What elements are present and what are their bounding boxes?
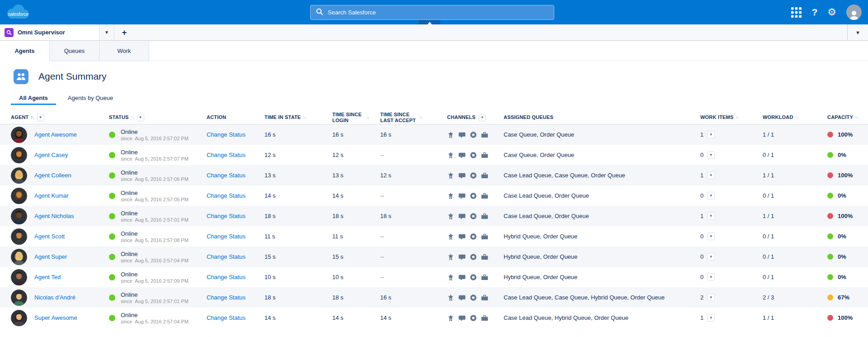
- agent-avatar: [11, 167, 27, 184]
- time-since-last-accept-value: 18 s: [380, 213, 447, 219]
- assigned-queues-value: Case Queue, Order Queue: [504, 152, 700, 158]
- agent-name-link[interactable]: Agent Colleen: [34, 172, 71, 179]
- work-items-dropdown[interactable]: ▼: [707, 212, 715, 220]
- add-tab-button[interactable]: +: [114, 24, 134, 40]
- table-row: Agent Casey Online since Aug 5, 2016 2:5…: [0, 145, 868, 165]
- change-status-link[interactable]: Change Status: [207, 213, 245, 219]
- change-status-link[interactable]: Change Status: [207, 131, 245, 138]
- sort-icons[interactable]: ↑↓: [31, 114, 34, 120]
- channel-icons: [447, 294, 504, 301]
- status-label: Online: [121, 291, 189, 298]
- sort-icons[interactable]: ↑↓: [131, 114, 134, 120]
- help-icon[interactable]: ?: [811, 7, 817, 18]
- app-launcher-icon[interactable]: [791, 7, 802, 18]
- change-status-link[interactable]: Change Status: [207, 233, 245, 240]
- view-tab-agents-by-queue[interactable]: Agents by Queue: [60, 92, 121, 105]
- status-since-timestamp: since Aug 5, 2016 2:57:01 PM: [121, 217, 189, 223]
- time-since-login-value: 16 s: [332, 131, 380, 138]
- view-tab-all-agents[interactable]: All Agents: [11, 92, 56, 105]
- channel-icons: [447, 152, 504, 159]
- channel-icons: [447, 192, 504, 199]
- channels-filter-button[interactable]: ▼: [479, 114, 486, 121]
- table-row: Agent Scott Online since Aug 5, 2016 2:5…: [0, 226, 868, 247]
- column-header-workload[interactable]: WORKLOAD ↑↓: [763, 114, 827, 120]
- agent-avatar: [11, 310, 27, 326]
- agent-summary-table: AGENT ↑↓ ▼ STATUS ↑↓ ▼ ACTION TIME IN ST…: [0, 111, 868, 328]
- agent-name-link[interactable]: Agent Kumar: [34, 192, 69, 199]
- work-items-dropdown[interactable]: ▼: [707, 253, 715, 261]
- tab-agents[interactable]: Agents: [0, 41, 50, 61]
- agent-name-link[interactable]: Agent Scott: [34, 233, 65, 240]
- chat-icon: [458, 253, 466, 261]
- change-status-link[interactable]: Change Status: [207, 294, 245, 301]
- sort-icons[interactable]: ↑↓: [302, 114, 306, 120]
- time-since-login-value: 12 s: [332, 152, 380, 158]
- workload-value: 1 / 1: [763, 172, 827, 179]
- global-search[interactable]: [310, 5, 554, 20]
- change-status-link[interactable]: Change Status: [207, 253, 245, 260]
- capacity-dot: [827, 132, 833, 138]
- tab-overflow-dropdown[interactable]: ▼: [847, 24, 868, 40]
- change-status-link[interactable]: Change Status: [207, 192, 245, 199]
- capacity-dot: [827, 193, 833, 199]
- column-header-work-items[interactable]: WORK ITEMS ↑↓: [700, 114, 763, 120]
- chat-icon: [458, 172, 466, 179]
- work-items-dropdown[interactable]: ▼: [707, 314, 715, 322]
- agent-name-link[interactable]: Agent Super: [34, 253, 67, 260]
- status-filter-button[interactable]: ▼: [137, 114, 144, 121]
- change-status-link[interactable]: Change Status: [207, 274, 245, 280]
- table-header: AGENT ↑↓ ▼ STATUS ↑↓ ▼ ACTION TIME IN ST…: [0, 111, 868, 124]
- agent-name-link[interactable]: Agent Nicholas: [34, 213, 74, 219]
- column-header-agent[interactable]: AGENT ↑↓ ▼: [11, 114, 109, 121]
- column-header-status[interactable]: STATUS ↑↓ ▼: [109, 114, 207, 121]
- agent-name-link[interactable]: Nicolas d'André: [34, 294, 75, 301]
- work-items-dropdown[interactable]: ▼: [707, 151, 715, 159]
- change-status-link[interactable]: Change Status: [207, 152, 245, 158]
- chat-icon: [458, 314, 466, 322]
- status-since-timestamp: since Aug 5, 2016 2:57:04 PM: [121, 319, 189, 324]
- column-header-time-in-state[interactable]: TIME IN STATE ↑↓: [264, 114, 332, 120]
- change-status-link[interactable]: Change Status: [207, 172, 245, 179]
- work-items-dropdown[interactable]: ▼: [707, 131, 715, 138]
- column-header-time-since-last-accept[interactable]: TIME SINCE LAST ACCEPT ↑↓: [380, 112, 447, 123]
- work-items-dropdown[interactable]: ▼: [707, 171, 715, 179]
- live-agent-icon: [447, 131, 454, 138]
- tab-queues[interactable]: Queues: [50, 41, 99, 61]
- sos-icon: [470, 172, 477, 179]
- sort-desc-icon: ↓: [132, 114, 134, 120]
- status-dot: [109, 233, 115, 240]
- sort-icons[interactable]: ↑↓: [419, 114, 422, 120]
- live-agent-icon: [447, 233, 454, 240]
- column-header-channels[interactable]: CHANNELS ▼: [447, 114, 504, 121]
- sort-icons[interactable]: ↑↓: [795, 114, 798, 120]
- time-in-state-value: 18 s: [264, 294, 332, 301]
- status-since-timestamp: since Aug 5, 2016 2:57:06 PM: [121, 176, 189, 182]
- agent-name-link[interactable]: Agent Ted: [34, 274, 61, 280]
- agent-name-link[interactable]: Agent Casey: [34, 152, 68, 158]
- search-input[interactable]: [328, 9, 548, 16]
- workspace-tab-omni-supervisor[interactable]: Omni Supervisor: [0, 24, 99, 40]
- agent-name-link[interactable]: Agent Awesome: [34, 131, 77, 138]
- tab-work[interactable]: Work: [99, 41, 149, 61]
- agent-name-link[interactable]: Super Awesome: [34, 314, 77, 321]
- time-since-last-accept-value: 14 s: [380, 314, 447, 321]
- sort-icons[interactable]: ↑↓: [855, 114, 858, 120]
- work-items-count: 0: [700, 192, 703, 199]
- work-items-dropdown[interactable]: ▼: [707, 192, 715, 199]
- column-header-time-since-login[interactable]: TIME SINCE LOGIN ↑↓: [332, 112, 380, 123]
- work-items-dropdown[interactable]: ▼: [707, 273, 715, 281]
- setup-gear-icon[interactable]: ⚙: [827, 7, 836, 17]
- sort-icons[interactable]: ↑↓: [366, 114, 369, 120]
- channel-icons: [447, 274, 504, 281]
- sort-icons[interactable]: ↑↓: [736, 114, 739, 120]
- column-header-capacity[interactable]: CAPACITY ↑↓: [827, 114, 868, 120]
- workload-value: 0 / 1: [763, 274, 827, 280]
- case-icon: [481, 213, 488, 220]
- work-items-dropdown[interactable]: ▼: [707, 294, 715, 301]
- workspace-tab-dropdown[interactable]: ▼: [99, 24, 114, 40]
- sort-desc-icon: ↓: [304, 114, 306, 120]
- user-avatar[interactable]: [846, 5, 862, 20]
- change-status-link[interactable]: Change Status: [207, 314, 245, 321]
- agent-filter-button[interactable]: ▼: [37, 114, 44, 121]
- work-items-dropdown[interactable]: ▼: [707, 233, 715, 240]
